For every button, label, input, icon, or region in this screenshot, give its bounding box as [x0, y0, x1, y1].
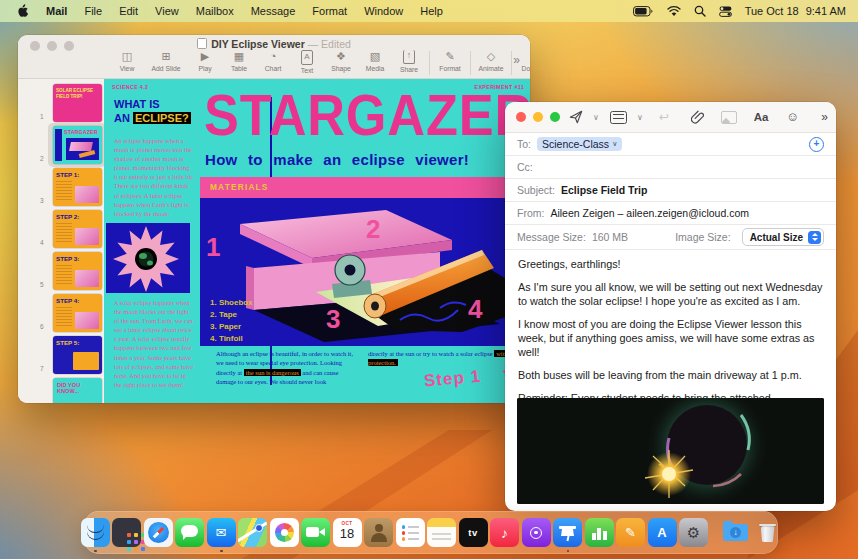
step-1-annotation: Step 1 [423, 367, 482, 392]
toolbar-overflow-button[interactable]: » [821, 106, 828, 128]
text-icon: A [301, 50, 312, 65]
materials-illustration: 1 2 3 4 1. Shoebox 2. Tape 3. Paper 4. T… [200, 198, 530, 346]
toolbar-overflow-button[interactable]: » [513, 53, 520, 67]
media-button[interactable]: ▧Media [358, 50, 392, 72]
dock-icon-safari[interactable] [144, 518, 173, 547]
eclipse-photo-attachment[interactable] [517, 398, 824, 504]
cc-field-row[interactable]: Cc: [505, 156, 836, 179]
slide-title: STARGAZER [204, 81, 530, 148]
mail-toolbar[interactable]: ∨ ∨ ↩ Aa ☺ » [505, 102, 836, 133]
send-options-chevron-icon[interactable]: ∨ [589, 106, 603, 128]
dock-icon-messages[interactable] [175, 518, 204, 547]
slide-whatis-heading: WHAT IS AN ECLIPSE? [114, 98, 191, 126]
slide-thumbnail-5[interactable]: 5 STEP 3: [18, 251, 104, 293]
format-button[interactable]: ✎Format [433, 50, 467, 72]
subject-field-row[interactable]: Subject: Eclipse Field Trip [505, 179, 836, 202]
attach-button[interactable] [681, 106, 713, 128]
dock-icon-calendar[interactable]: OCT18 [333, 518, 362, 547]
control-center-icon[interactable] [719, 6, 732, 17]
slide-thumbnail-4[interactable]: 4 STEP 2: [18, 209, 104, 251]
shape-button[interactable]: ❖Shape [324, 50, 358, 72]
image-size-select[interactable]: Actual Size [742, 228, 824, 246]
battery-icon[interactable] [633, 6, 654, 17]
to-label: To: [517, 138, 531, 150]
add-slide-button[interactable]: ⊞Add Slide [144, 50, 188, 72]
send-button[interactable] [563, 106, 589, 128]
image-size-label: Image Size: [675, 231, 730, 243]
minimize-button[interactable] [533, 112, 543, 122]
table-button[interactable]: ▦Table [222, 50, 256, 72]
dock-icon-trash[interactable] [753, 518, 782, 547]
text-button[interactable]: AText [290, 50, 324, 74]
slide-thumbnail-3[interactable]: 3 STEP 1: [18, 167, 104, 209]
keynote-toolbar: ◫View ⊞Add Slide ▶Play ▦Table ◔Chart ATe… [110, 50, 530, 75]
menu-item-window[interactable]: Window [364, 5, 403, 17]
from-field-row[interactable]: From: Aileen Zeigen – aileen.zeigen@iclo… [505, 202, 836, 225]
menu-app-name[interactable]: Mail [46, 5, 67, 17]
dock-icon-photos[interactable] [270, 518, 299, 547]
dock-icon-contacts[interactable] [364, 518, 393, 547]
slide-1-art: SOLAR ECLIPSE FIELD TRIP! [53, 84, 102, 122]
menu-item-help[interactable]: Help [420, 5, 443, 17]
dock-icon-mail[interactable]: ✉ [207, 518, 236, 547]
dock-icon-system-settings[interactable]: ⚙ [679, 518, 708, 547]
dock-icon-finder[interactable] [81, 518, 110, 547]
spotlight-search-icon[interactable] [694, 5, 706, 17]
to-recipient-token[interactable]: Science-Class∨ [537, 137, 622, 151]
animate-button[interactable]: ◇Animate [474, 50, 508, 72]
keynote-titlebar[interactable]: DIY Eclipse Viewer — Edited ◫View ⊞Add S… [18, 35, 530, 79]
to-field-row[interactable]: To: Science-Class∨ + [505, 133, 836, 156]
slide-thumbnail-8[interactable]: DID YOU KNOW... [18, 377, 104, 403]
menu-item-file[interactable]: File [84, 5, 102, 17]
add-recipient-button[interactable]: + [809, 137, 824, 152]
dock-icon-facetime[interactable] [301, 518, 330, 547]
menu-clock[interactable]: Tue Oct 18 9:41 AM [745, 5, 846, 17]
slide-paragraph-2: A solar eclipse happens when the moon bl… [114, 298, 194, 389]
dock-icon-launchpad[interactable] [112, 518, 141, 547]
chart-button[interactable]: ◔Chart [256, 50, 290, 72]
dock-icon-podcasts[interactable] [522, 518, 551, 547]
slide-thumbnail-1[interactable]: 1 SOLAR ECLIPSE FIELD TRIP! [18, 83, 104, 125]
menu-bar: Mail File Edit View Mailbox Message Form… [0, 0, 858, 22]
materials-item: 3. Paper [210, 321, 253, 333]
slide-thumbnail-2-selected[interactable]: 2 STARGAZER [18, 125, 104, 167]
dock-icon-reminders[interactable] [396, 518, 425, 547]
zoom-button[interactable] [550, 112, 560, 122]
slide-thumbnail-7[interactable]: 7 STEP 5: [18, 335, 104, 377]
materials-item: 2. Tape [210, 309, 253, 321]
dock-icon-music[interactable]: ♪ [490, 518, 519, 547]
dock-icon-pages[interactable]: ✎ [616, 518, 645, 547]
dock-icon-numbers[interactable] [585, 518, 614, 547]
slide-5-art: STEP 3: [53, 252, 102, 290]
dock-icon-maps[interactable] [238, 518, 267, 547]
dock-icon-notes[interactable] [427, 518, 456, 547]
header-fields-chevron-icon[interactable]: ∨ [633, 106, 647, 128]
play-button[interactable]: ▶Play [188, 50, 222, 72]
menu-item-edit[interactable]: Edit [119, 5, 138, 17]
from-value: Aileen Zeigen – aileen.zeigen@icloud.com [550, 207, 749, 219]
slide-thumbnail-6[interactable]: 6 STEP 4: [18, 293, 104, 335]
menu-item-message[interactable]: Message [251, 5, 296, 17]
emoji-button[interactable]: ☺ [777, 106, 809, 128]
dock-icon-downloads[interactable]: ↓ [721, 518, 750, 547]
dock-icon-tv[interactable]: tv [459, 518, 488, 547]
menu-item-mailbox[interactable]: Mailbox [196, 5, 234, 17]
apple-menu-icon[interactable] [16, 4, 29, 18]
header-fields-button[interactable] [603, 106, 633, 128]
format-text-button[interactable]: Aa [745, 106, 777, 128]
dock-icon-keynote[interactable] [553, 518, 582, 547]
view-button[interactable]: ◫View [110, 50, 144, 72]
dock-icon-app-store[interactable]: A [648, 518, 677, 547]
menu-item-format[interactable]: Format [312, 5, 347, 17]
slide-canvas[interactable]: SCIENCE 4.2 EXPERIMENT #11 WHAT IS AN EC… [104, 79, 530, 403]
subject-label: Subject: [517, 184, 555, 196]
wifi-icon[interactable] [667, 6, 681, 17]
menu-item-view[interactable]: View [155, 5, 179, 17]
share-button[interactable]: ↑Share [392, 50, 426, 73]
materials-item: 4. Tinfoil [210, 333, 253, 345]
close-button[interactable] [516, 112, 526, 122]
mail-compose-window: ∨ ∨ ↩ Aa ☺ » To: Science-Class∨ + Cc: [505, 102, 836, 511]
from-label: From: [517, 207, 544, 219]
play-icon: ▶ [201, 50, 209, 63]
cc-label: Cc: [517, 161, 533, 173]
